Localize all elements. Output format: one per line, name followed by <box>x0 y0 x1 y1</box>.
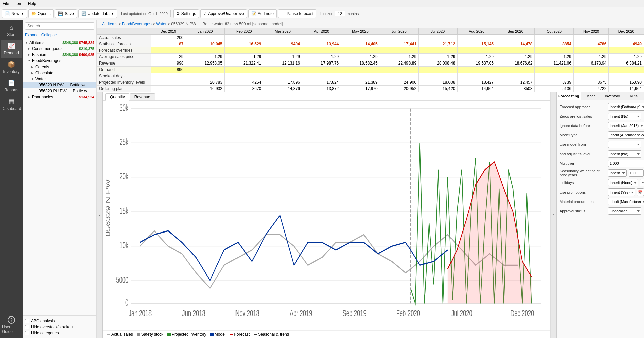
scroll-left-button[interactable]: ‹ <box>97 92 103 338</box>
legend-projected-inventory: Projected inventory <box>167 332 206 337</box>
nav-reports[interactable]: 📄 Reports <box>1 77 22 95</box>
tab-model[interactable]: Model <box>581 92 602 100</box>
search-input[interactable] <box>25 22 94 30</box>
col-jun-2020: Jun 2020 <box>380 28 418 35</box>
right-panel: Forecasting Model Inventory KPIs Forecas… <box>557 92 644 338</box>
content-area: All items > Food/Beverages > Water > 056… <box>97 20 644 338</box>
save-button[interactable]: 💾 Save <box>55 9 77 18</box>
col-jan-2020: Jan 2020 <box>186 28 224 35</box>
dashboard-icon: ▦ <box>9 98 14 105</box>
col-oct-2020: Oct 2020 <box>535 28 573 35</box>
row-actual-sales: Actual sales 200 <box>97 35 644 41</box>
seasonality-select[interactable]: Inherit <box>608 169 627 177</box>
menu-help[interactable]: Help <box>28 1 36 6</box>
add-note-button[interactable]: 📝 Add note <box>248 9 277 18</box>
use-model-from-row: Use model from <box>560 141 641 148</box>
col-nov-2020: Nov 2020 <box>573 28 609 35</box>
svg-text:5000: 5000 <box>116 275 128 285</box>
menubar: File Item Help <box>0 0 644 7</box>
legend-model: Model <box>210 332 226 337</box>
model-type-select[interactable]: Inherit (Automatic selection) <box>608 131 644 139</box>
right-panel-tabs: Forecasting Model Inventory KPIs <box>557 92 644 100</box>
abc-analysis-checkbox[interactable]: ABC analysis <box>25 319 94 323</box>
scroll-right-button[interactable]: › <box>551 92 557 338</box>
tree-water[interactable]: ▼ Water <box>23 76 96 82</box>
nav-inventory[interactable]: 📦 Inventory <box>1 58 22 77</box>
col-dec-2020: Dec 2020 <box>609 28 644 35</box>
chevron-right-icon: ▶ <box>28 53 31 56</box>
nav-user-guide[interactable]: ? User Guide <box>1 313 22 337</box>
nav-start[interactable]: ⌂ Start <box>1 22 22 40</box>
menu-file[interactable]: File <box>3 1 9 6</box>
forecast-approach-select[interactable]: Inherit (Bottom-up) <box>608 103 644 111</box>
model-line <box>140 216 448 281</box>
sidebar-expand-collapse: Expand Collapse <box>23 32 96 38</box>
svg-text:Dec 2020: Dec 2020 <box>510 308 534 319</box>
use-model-from-select[interactable] <box>608 141 641 148</box>
new-dropdown-icon[interactable]: ▼ <box>21 12 24 15</box>
update-button[interactable]: 🔄 Update data ▼ <box>78 9 117 18</box>
holidays-edit-button[interactable]: ✏ <box>640 179 644 186</box>
seasonality-row: Seasonality weighting of prior years Inh… <box>560 169 641 177</box>
approval-status-label: Approval status <box>560 209 607 213</box>
sidebar-tree: ▼ All items $548,388 $745,824 ▶ Consumer… <box>23 38 96 315</box>
tree-item-056329-pu[interactable]: 056329 PU PW — Bottle w... <box>23 88 96 94</box>
approve-button[interactable]: ✓ Approve/Unapprove <box>200 9 247 18</box>
tree-pharmacies[interactable]: ▶ Pharmacies $134,524 <box>23 94 96 100</box>
zeros-lost-sales-select[interactable]: Inherit (No) <box>608 113 641 120</box>
row-label-actual-sales: Actual sales <box>97 35 151 41</box>
breadcrumb-current: 056329 N PW — Bottle water #2 new 500 ml… <box>171 22 283 26</box>
adjust-level-row: and adjust its level Inherit (No) <box>560 150 641 158</box>
tab-kpis[interactable]: KPIs <box>623 92 644 100</box>
breadcrumb-all-items[interactable]: All items <box>102 22 117 26</box>
collapse-button[interactable]: Collapse <box>41 33 57 37</box>
settings-button[interactable]: ⚙ Settings <box>173 9 199 18</box>
tree-consumer-goods[interactable]: ▶ Consumer goods $210,375 <box>23 46 96 52</box>
nav-dashboard[interactable]: ▦ Dashboard <box>1 95 22 114</box>
promotions-calendar-button[interactable]: 📅 <box>637 188 644 196</box>
tree-food-beverages[interactable]: ▼ Food/Beverages <box>23 58 96 64</box>
menu-item[interactable]: Item <box>14 1 22 6</box>
nav-demand[interactable]: 📈 Demand <box>1 40 22 58</box>
tree-item-056329-n[interactable]: 056329 N PW — Bottle wa... <box>23 82 96 88</box>
tab-forecasting[interactable]: Forecasting <box>557 92 581 100</box>
tab-inventory[interactable]: Inventory <box>602 92 623 100</box>
left-nav: ⌂ Start 📈 Demand 📦 Inventory 📄 Reports ▦… <box>0 20 23 338</box>
breadcrumb-food-beverages[interactable]: Food/Beverages <box>122 22 152 26</box>
svg-text:25k: 25k <box>119 137 128 147</box>
sidebar-search-container <box>23 20 96 32</box>
forecast-approach-label: Forecast approach <box>560 105 607 109</box>
row-statistical-forecast: Statistical forecast 87 10,045 16,529 94… <box>97 41 644 47</box>
multiplier-input[interactable] <box>608 160 644 167</box>
tree-chocolate[interactable]: ▶ Chocolate <box>23 70 96 76</box>
chart-area: ‹ Quantity Revenue <box>97 92 644 338</box>
question-icon: ? <box>8 316 15 324</box>
expand-button[interactable]: Expand <box>25 33 39 37</box>
horizon-label: Horizon <box>320 12 333 16</box>
tree-all-items[interactable]: ▼ All items $548,388 $745,824 <box>23 40 96 46</box>
new-button[interactable]: 📄 New ▼ <box>2 9 27 18</box>
holidays-label: Holidays <box>560 181 607 185</box>
ignore-data-before-select[interactable]: Inherit (Jan 2018) <box>608 122 644 129</box>
promotions-select[interactable]: Inherit (Yes) <box>608 188 635 196</box>
approval-status-row: Approval status Undecided <box>560 207 641 215</box>
hide-categories-checkbox[interactable]: Hide categories <box>25 331 94 335</box>
tab-revenue[interactable]: Revenue <box>130 93 155 100</box>
tree-cereals[interactable]: ▶ Cereals <box>23 64 96 70</box>
pause-forecast-button[interactable]: ⏸ Pause forecast <box>278 9 316 18</box>
tree-fashion[interactable]: ▶ Fashion $548,388 $400,925 <box>23 52 96 58</box>
approval-status-select[interactable]: Undecided <box>608 207 641 215</box>
horizon-input[interactable] <box>335 11 345 16</box>
chart-legend: Actual sales Safety stock Projected inve… <box>103 330 550 338</box>
update-dropdown-icon[interactable]: ▼ <box>111 12 114 15</box>
adjust-level-select[interactable]: Inherit (No) <box>608 150 641 158</box>
model-type-row: Model type Inherit (Automatic selection) <box>560 131 641 139</box>
row-label-statistical-forecast: Statistical forecast <box>97 41 151 47</box>
breadcrumb-water[interactable]: Water <box>156 22 167 26</box>
hide-overstock-checkbox[interactable]: Hide overstock/stockout <box>25 325 94 329</box>
tab-quantity[interactable]: Quantity <box>105 93 129 101</box>
open-button[interactable]: 📂 Open... <box>28 9 54 18</box>
material-procurement-select[interactable]: Inherit (Manufacture) <box>608 198 644 205</box>
holidays-select[interactable]: Inherit (None) <box>608 179 638 186</box>
seasonality-value-input[interactable] <box>629 169 644 177</box>
